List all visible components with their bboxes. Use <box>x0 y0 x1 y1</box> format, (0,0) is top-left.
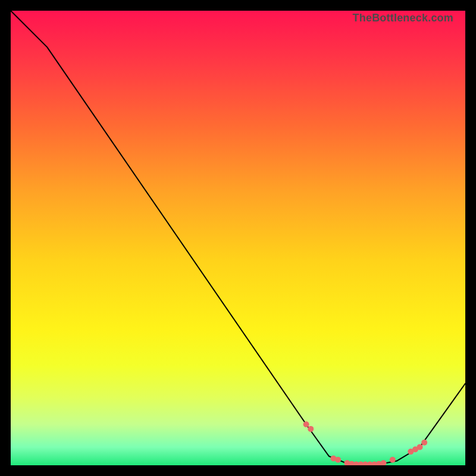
chart-overlay <box>11 11 465 465</box>
plot-area: TheBottleneck.com <box>11 11 465 465</box>
highlight-dots-group <box>303 421 428 465</box>
highlight-dot <box>303 421 309 427</box>
bottleneck-curve <box>11 11 465 465</box>
highlight-dot <box>381 460 387 465</box>
highlight-dot <box>417 444 423 450</box>
highlight-dot <box>390 457 396 463</box>
highlight-dot <box>308 426 314 432</box>
chart-frame: TheBottleneck.com <box>0 0 476 476</box>
highlight-dot <box>421 440 427 446</box>
highlight-dot <box>335 457 341 463</box>
